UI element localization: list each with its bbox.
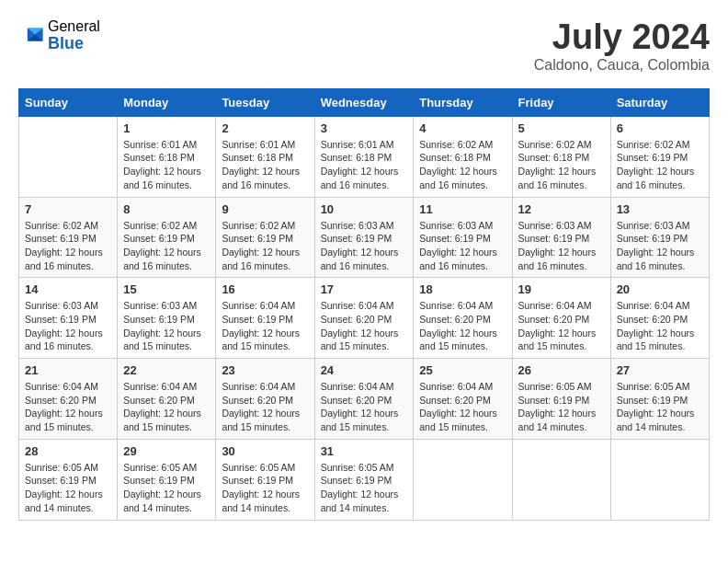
calendar-cell: [19, 116, 118, 197]
day-number: 24: [321, 363, 408, 377]
calendar-cell: 14Sunrise: 6:03 AM Sunset: 6:19 PM Dayli…: [19, 278, 118, 359]
day-number: 13: [617, 202, 703, 216]
day-detail: Sunrise: 6:05 AM Sunset: 6:19 PM Dayligh…: [123, 461, 210, 515]
calendar-cell: 3Sunrise: 6:01 AM Sunset: 6:18 PM Daylig…: [314, 116, 414, 197]
day-number: 29: [123, 444, 210, 458]
calendar-cell: 11Sunrise: 6:03 AM Sunset: 6:19 PM Dayli…: [414, 197, 512, 278]
day-number: 12: [518, 202, 605, 216]
calendar-cell: 28Sunrise: 6:05 AM Sunset: 6:19 PM Dayli…: [19, 439, 118, 520]
day-number: 22: [123, 363, 210, 377]
weekday-header-friday: Friday: [512, 88, 610, 116]
logo-blue: Blue: [48, 35, 100, 53]
day-detail: Sunrise: 6:05 AM Sunset: 6:19 PM Dayligh…: [25, 461, 111, 515]
day-detail: Sunrise: 6:04 AM Sunset: 6:20 PM Dayligh…: [222, 380, 308, 434]
calendar-cell: 6Sunrise: 6:02 AM Sunset: 6:19 PM Daylig…: [610, 116, 709, 197]
calendar-cell: 29Sunrise: 6:05 AM Sunset: 6:19 PM Dayli…: [118, 439, 216, 520]
calendar-cell: 31Sunrise: 6:05 AM Sunset: 6:19 PM Dayli…: [314, 439, 414, 520]
weekday-header-monday: Monday: [118, 88, 216, 116]
logo-general: General: [48, 18, 100, 35]
calendar-cell: 17Sunrise: 6:04 AM Sunset: 6:20 PM Dayli…: [314, 278, 414, 359]
day-number: 21: [25, 363, 111, 377]
day-detail: Sunrise: 6:01 AM Sunset: 6:18 PM Dayligh…: [123, 138, 210, 192]
day-detail: Sunrise: 6:03 AM Sunset: 6:19 PM Dayligh…: [617, 219, 703, 273]
day-number: 30: [222, 444, 308, 458]
day-detail: Sunrise: 6:02 AM Sunset: 6:19 PM Dayligh…: [123, 219, 210, 273]
calendar-cell: 19Sunrise: 6:04 AM Sunset: 6:20 PM Dayli…: [512, 278, 610, 359]
calendar-cell: 7Sunrise: 6:02 AM Sunset: 6:19 PM Daylig…: [19, 197, 118, 278]
day-detail: Sunrise: 6:04 AM Sunset: 6:20 PM Dayligh…: [321, 380, 408, 434]
calendar-week-row: 21Sunrise: 6:04 AM Sunset: 6:20 PM Dayli…: [19, 359, 710, 440]
calendar-cell: 21Sunrise: 6:04 AM Sunset: 6:20 PM Dayli…: [19, 359, 118, 440]
page-header: General Blue July 2024 Caldono, Cauca, C…: [18, 18, 710, 74]
day-number: 11: [419, 202, 506, 216]
weekday-header-thursday: Thursday: [414, 88, 512, 116]
day-number: 18: [419, 282, 506, 296]
calendar-cell: 23Sunrise: 6:04 AM Sunset: 6:20 PM Dayli…: [216, 359, 314, 440]
day-detail: Sunrise: 6:02 AM Sunset: 6:19 PM Dayligh…: [25, 219, 111, 273]
day-number: 16: [222, 282, 308, 296]
calendar-week-row: 7Sunrise: 6:02 AM Sunset: 6:19 PM Daylig…: [19, 197, 710, 278]
day-number: 31: [321, 444, 408, 458]
day-detail: Sunrise: 6:04 AM Sunset: 6:20 PM Dayligh…: [321, 299, 408, 353]
day-detail: Sunrise: 6:03 AM Sunset: 6:19 PM Dayligh…: [321, 219, 408, 273]
day-detail: Sunrise: 6:01 AM Sunset: 6:18 PM Dayligh…: [222, 138, 308, 192]
calendar-week-row: 1Sunrise: 6:01 AM Sunset: 6:18 PM Daylig…: [19, 116, 710, 197]
calendar-cell: 30Sunrise: 6:05 AM Sunset: 6:19 PM Dayli…: [216, 439, 314, 520]
day-number: 17: [321, 282, 408, 296]
weekday-header-saturday: Saturday: [610, 88, 709, 116]
calendar-cell: 13Sunrise: 6:03 AM Sunset: 6:19 PM Dayli…: [610, 197, 709, 278]
logo-text: General Blue: [48, 18, 100, 52]
day-number: 6: [617, 121, 703, 135]
day-number: 27: [617, 363, 703, 377]
title-block: July 2024 Caldono, Cauca, Colombia: [534, 18, 710, 74]
day-detail: Sunrise: 6:04 AM Sunset: 6:20 PM Dayligh…: [123, 380, 210, 434]
weekday-header-wednesday: Wednesday: [314, 88, 414, 116]
calendar-cell: 20Sunrise: 6:04 AM Sunset: 6:20 PM Dayli…: [610, 278, 709, 359]
calendar-cell: 1Sunrise: 6:01 AM Sunset: 6:18 PM Daylig…: [118, 116, 216, 197]
day-number: 25: [419, 363, 506, 377]
day-detail: Sunrise: 6:04 AM Sunset: 6:19 PM Dayligh…: [222, 299, 308, 353]
day-detail: Sunrise: 6:04 AM Sunset: 6:20 PM Dayligh…: [518, 299, 605, 353]
calendar-cell: 8Sunrise: 6:02 AM Sunset: 6:19 PM Daylig…: [118, 197, 216, 278]
day-detail: Sunrise: 6:03 AM Sunset: 6:19 PM Dayligh…: [123, 299, 210, 353]
calendar-cell: 12Sunrise: 6:03 AM Sunset: 6:19 PM Dayli…: [512, 197, 610, 278]
day-number: 1: [123, 121, 210, 135]
day-detail: Sunrise: 6:03 AM Sunset: 6:19 PM Dayligh…: [419, 219, 506, 273]
day-number: 15: [123, 282, 210, 296]
logo-icon: [18, 23, 44, 49]
day-detail: Sunrise: 6:05 AM Sunset: 6:19 PM Dayligh…: [222, 461, 308, 515]
day-detail: Sunrise: 6:04 AM Sunset: 6:20 PM Dayligh…: [419, 299, 506, 353]
day-number: 5: [518, 121, 605, 135]
day-number: 8: [123, 202, 210, 216]
calendar-cell: 18Sunrise: 6:04 AM Sunset: 6:20 PM Dayli…: [414, 278, 512, 359]
calendar-cell: 5Sunrise: 6:02 AM Sunset: 6:18 PM Daylig…: [512, 116, 610, 197]
location: Caldono, Cauca, Colombia: [534, 57, 710, 74]
day-number: 10: [321, 202, 408, 216]
calendar-cell: 4Sunrise: 6:02 AM Sunset: 6:18 PM Daylig…: [414, 116, 512, 197]
month-year: July 2024: [534, 18, 710, 57]
calendar-cell: 9Sunrise: 6:02 AM Sunset: 6:19 PM Daylig…: [216, 197, 314, 278]
calendar-cell: 16Sunrise: 6:04 AM Sunset: 6:19 PM Dayli…: [216, 278, 314, 359]
day-detail: Sunrise: 6:05 AM Sunset: 6:19 PM Dayligh…: [518, 380, 605, 434]
day-detail: Sunrise: 6:01 AM Sunset: 6:18 PM Dayligh…: [321, 138, 408, 192]
weekday-header-row: SundayMondayTuesdayWednesdayThursdayFrid…: [19, 88, 710, 116]
day-detail: Sunrise: 6:02 AM Sunset: 6:19 PM Dayligh…: [617, 138, 703, 192]
day-number: 3: [321, 121, 408, 135]
day-detail: Sunrise: 6:04 AM Sunset: 6:20 PM Dayligh…: [25, 380, 111, 434]
day-detail: Sunrise: 6:05 AM Sunset: 6:19 PM Dayligh…: [617, 380, 703, 434]
calendar-week-row: 14Sunrise: 6:03 AM Sunset: 6:19 PM Dayli…: [19, 278, 710, 359]
day-detail: Sunrise: 6:03 AM Sunset: 6:19 PM Dayligh…: [25, 299, 111, 353]
calendar-week-row: 28Sunrise: 6:05 AM Sunset: 6:19 PM Dayli…: [19, 439, 710, 520]
day-detail: Sunrise: 6:02 AM Sunset: 6:18 PM Dayligh…: [419, 138, 506, 192]
day-detail: Sunrise: 6:02 AM Sunset: 6:18 PM Dayligh…: [518, 138, 605, 192]
calendar-cell: [610, 439, 709, 520]
day-number: 7: [25, 202, 111, 216]
calendar-cell: 10Sunrise: 6:03 AM Sunset: 6:19 PM Dayli…: [314, 197, 414, 278]
day-detail: Sunrise: 6:03 AM Sunset: 6:19 PM Dayligh…: [518, 219, 605, 273]
logo: General Blue: [18, 18, 100, 52]
calendar-cell: 15Sunrise: 6:03 AM Sunset: 6:19 PM Dayli…: [118, 278, 216, 359]
weekday-header-tuesday: Tuesday: [216, 88, 314, 116]
day-detail: Sunrise: 6:04 AM Sunset: 6:20 PM Dayligh…: [617, 299, 703, 353]
calendar-table: SundayMondayTuesdayWednesdayThursdayFrid…: [18, 88, 710, 521]
day-number: 19: [518, 282, 605, 296]
